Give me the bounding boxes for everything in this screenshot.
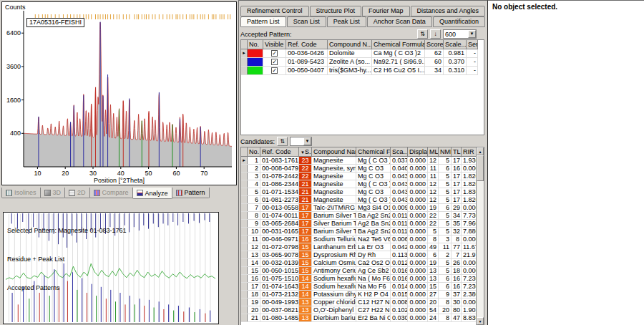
compound-name: Magnesite bbox=[312, 196, 356, 203]
candidate-row[interactable]: 1601-075-151014Sodium hexaflu...Na ( Mo … bbox=[241, 275, 479, 283]
scroll-down-icon[interactable]: ▼ bbox=[477, 317, 484, 325]
non-matched-lines: 2 bbox=[439, 251, 452, 258]
accepted-column-header[interactable]: Visible bbox=[263, 40, 286, 49]
accepted-header-row: No.VisibleRef. CodeCompound N...Chemical… bbox=[241, 40, 478, 49]
pattern-stick-panel[interactable]: Selected Pattern: Magnesite 01-083-1761 … bbox=[3, 212, 219, 324]
view-tab-bar: Isolines3D2DCompareAnalyzePattern bbox=[1, 188, 209, 200]
candidate-row[interactable]: 1000-031-016517Barium Silver TinBa Ag2 S… bbox=[241, 228, 479, 236]
score: 22 bbox=[299, 165, 312, 172]
view-tab-2d: 2D bbox=[64, 188, 90, 198]
row-selector-header[interactable] bbox=[241, 40, 248, 49]
candidate-row[interactable]: 501-071-153421MagnesiteMg C O30.0430.000… bbox=[241, 188, 479, 196]
view-tab-label: Analyze bbox=[145, 190, 168, 197]
view-tab-3d: 3D bbox=[40, 188, 66, 198]
row-selector bbox=[241, 180, 248, 188]
visible-cell[interactable]: ✓ bbox=[263, 49, 286, 57]
chemical-formula: Mg3 Si4 O1... bbox=[356, 204, 391, 211]
tab-quantification[interactable]: Quantification bbox=[433, 16, 485, 27]
scale: 0.043 bbox=[391, 196, 408, 203]
tab-anchor-scan-data[interactable]: Anchor Scan Data bbox=[367, 16, 432, 27]
candidates-column-header[interactable]: Displa... bbox=[408, 147, 428, 156]
candidates-column-header[interactable]: No. bbox=[248, 147, 260, 156]
total-lines: 7 bbox=[452, 251, 462, 258]
scrollbar-thumb[interactable] bbox=[477, 155, 484, 181]
accepted-row[interactable]: ✓00-050-0407tris($GM3-hy...C2 H6 Cu2 O5 … bbox=[241, 67, 478, 75]
candidates-column-header[interactable]: ML bbox=[428, 147, 439, 156]
view-tab-analyze[interactable]: Analyze bbox=[132, 188, 172, 199]
visible-cell[interactable]: ✓ bbox=[263, 58, 286, 66]
accepted-column-header[interactable]: Compound N... bbox=[328, 40, 372, 49]
ref-code: 03-065-9078 bbox=[260, 251, 299, 258]
candidate-row[interactable]: 401-086-234421MagnesiteMg ( C O3 )0.0430… bbox=[241, 180, 479, 188]
compound-name: O,O'-Diphenyl t... bbox=[312, 306, 356, 314]
candidate-no: 16 bbox=[248, 275, 260, 282]
candidate-no: 10 bbox=[248, 228, 260, 235]
scale: 0.016 bbox=[391, 275, 408, 282]
accepted-column-header[interactable]: Scale... bbox=[444, 40, 467, 49]
tab-fourier-map[interactable]: Fourier Map bbox=[362, 6, 409, 16]
score: 13 bbox=[299, 314, 312, 321]
chemical-formula: Na ( Mo F6 ) bbox=[356, 275, 391, 282]
matched-lines: 8 bbox=[428, 236, 439, 243]
displacement: 0.000 bbox=[408, 212, 428, 219]
candidate-row[interactable]: 2000-037-082113O,O'-Diphenyl t...C27 H22… bbox=[241, 306, 479, 314]
candidates-column-header[interactable]: Ref. Code bbox=[260, 147, 299, 156]
candidate-row[interactable]: 1801-073-213214Potassium dihy...K H2 P O… bbox=[241, 291, 479, 299]
accepted-column-header[interactable]: No. bbox=[248, 40, 263, 49]
candidates-scrollbar[interactable]: ▲ ▼ bbox=[476, 147, 484, 325]
scroll-up-icon[interactable]: ▲ bbox=[477, 147, 484, 155]
candidate-row[interactable]: 903-065-268417Silver Barium TinAg2 Ba Sn… bbox=[241, 220, 479, 228]
candidate-row[interactable]: 301-078-244222MagnesiteMg C O30.0430.000… bbox=[241, 173, 479, 180]
accepted-column-header[interactable]: Semi... bbox=[467, 40, 478, 49]
candidates-column-header[interactable]: TL bbox=[452, 147, 462, 156]
candidate-row[interactable]: 801-074-001117Barium Silver TinBa Ag2 Sn… bbox=[241, 212, 479, 220]
candidates-column-header[interactable]: ▼S... bbox=[299, 147, 312, 156]
accepted-column-header[interactable]: Score bbox=[425, 40, 444, 49]
candidates-sort-button[interactable]: ⇅ bbox=[277, 137, 288, 146]
tab-refinement-control[interactable]: Refinement Control bbox=[240, 6, 309, 16]
candidate-row[interactable]: 1201-072-079815Lanthanum Erbi...La Er O3… bbox=[241, 243, 479, 251]
candidates-column-header[interactable]: Compound Name bbox=[312, 147, 356, 156]
row-selector: ▸ bbox=[241, 157, 248, 164]
tab-scan-list[interactable]: Scan List bbox=[287, 16, 326, 27]
accepted-row[interactable]: ▸✓00-036-0426DolomiteCa Mg ( C O3 )2620.… bbox=[241, 49, 478, 58]
tab-peak-list[interactable]: Peak List bbox=[327, 16, 366, 27]
checkbox-icon[interactable]: ✓ bbox=[271, 59, 278, 65]
candidates-column-header[interactable]: Sca... bbox=[391, 147, 408, 156]
tab-distances-and-angles[interactable]: Distances and Angles bbox=[411, 6, 486, 16]
displacement: 0.000 bbox=[408, 228, 428, 235]
candidate-row[interactable]: 1900-049-199313Copper chloride...C12 H27… bbox=[241, 299, 479, 306]
candidate-row[interactable]: 700-013-055817Talc-2\ITM\RGMg3 Si4 O1...… bbox=[241, 204, 479, 212]
view-tab-pattern[interactable]: Pattern bbox=[172, 188, 210, 198]
main-diffractogram[interactable]: 40016003600640010203040506070 Counts 17A… bbox=[1, 1, 237, 185]
chemical-formula: Mg ( C O3 ) bbox=[356, 180, 391, 188]
chemical-formula: C27 H22 N... bbox=[356, 306, 391, 314]
tab-structure-plot[interactable]: Structure Plot bbox=[310, 6, 362, 16]
candidates-combo[interactable]: ▼ bbox=[290, 137, 312, 146]
checkbox-icon[interactable]: ✓ bbox=[271, 67, 278, 74]
candidate-row[interactable]: ▸101-083-176123MagnesiteMg ( C O3 )0.037… bbox=[241, 157, 479, 165]
accepted-column-header[interactable]: Chemical Formula bbox=[372, 40, 425, 49]
candidate-row[interactable]: 1400-032-013915Calcium Osmiu...Ca2 Os2 O… bbox=[241, 259, 479, 267]
candidates-column-header[interactable]: Chemical Fo... bbox=[356, 147, 391, 156]
candidate-row[interactable]: 200-008-047922Magnesite, synMg C O30.040… bbox=[241, 165, 479, 173]
checkbox-icon[interactable]: ✓ bbox=[271, 50, 278, 57]
candidate-row[interactable]: 2101-080-148513Dierbium barium...Er2 Ba … bbox=[241, 314, 479, 322]
candidate-row[interactable]: 1701-074-164314Sodium hexaflu...Na Mo F6… bbox=[241, 283, 479, 291]
candidate-row[interactable]: 1500-050-101515Antimony Ceriu...Ag Ce Sb… bbox=[241, 267, 479, 275]
accepted-column-header[interactable]: Ref. Code bbox=[286, 40, 328, 49]
candidate-row[interactable]: 601-081-227321MagnesiteMg ( C O3 )0.0430… bbox=[241, 196, 479, 204]
visible-cell[interactable]: ✓ bbox=[263, 67, 286, 74]
scale-combo[interactable]: 600 ▼ bbox=[443, 29, 477, 39]
tab-pattern-list[interactable]: Pattern List bbox=[240, 16, 286, 27]
candidate-row[interactable]: 1100-046-097116Sodium Telluriu...Na2 Te6… bbox=[241, 236, 479, 243]
candidate-row[interactable]: 1303-065-907815Dysprosium Rh...Dy Rh0.11… bbox=[241, 251, 479, 259]
candidates-column-header[interactable]: NML bbox=[439, 147, 452, 156]
compound-name: Sodium Telluriu... bbox=[312, 236, 356, 243]
total-lines: 17 bbox=[452, 196, 462, 203]
filter-button[interactable]: ↓ bbox=[430, 29, 441, 39]
sort-button[interactable]: ⇅ bbox=[417, 29, 428, 39]
svg-text:20: 20 bbox=[62, 170, 69, 177]
matched-lines: 13 bbox=[428, 275, 439, 282]
accepted-row[interactable]: ✓01-089-5423Zeolite A (so...Na92.71 ( Si… bbox=[241, 58, 478, 67]
